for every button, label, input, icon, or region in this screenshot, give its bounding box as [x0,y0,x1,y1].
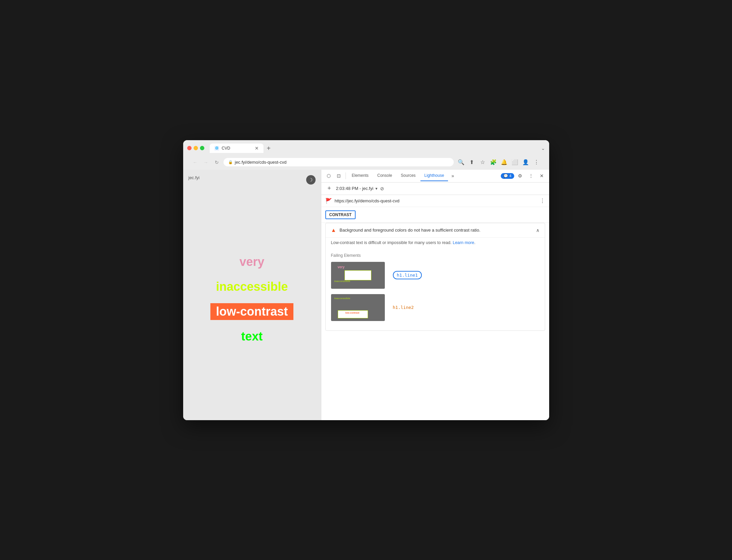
element-thumbnail-2: inaccessible low-contrast [331,294,385,321]
audit-collapse-icon[interactable]: ∧ [536,228,539,233]
active-tab[interactable]: 🌐 CVD ✕ [210,144,263,153]
toolbar-divider [345,172,346,179]
browser-window: 🌐 CVD ✕ + ⌄ ← → ↻ 🔒 jec.fyi/demo/ [183,140,549,420]
audit-warning-icon: ▲ [331,227,336,233]
tab-title: CVD [222,146,230,151]
thumb2-low-contrast-text: low-contrast [345,312,360,314]
lighthouse-url-more-button[interactable]: ⋮ [540,198,545,204]
dark-mode-button[interactable]: ☽ [306,175,316,185]
more-options-button[interactable]: ⋮ [526,171,536,181]
tab-chevron-icon[interactable]: ⌄ [541,146,545,151]
chat-icon: 💬 [503,174,508,178]
cursor-icon: ⬡ [327,173,331,178]
traffic-light-red[interactable] [187,146,192,150]
lighthouse-url-bar: + 2:03:48 PM - jec.fyi ▾ ⊘ [321,183,549,195]
learn-more-link[interactable]: Learn more [453,240,474,245]
audit-result-title: Background and foreground colors do not … [339,228,532,233]
traffic-light-yellow[interactable] [194,146,198,150]
devtools-actions: 💬 4 ⚙ ⋮ ✕ [501,171,546,181]
inspect-element-button[interactable]: ⬡ [324,171,333,181]
url-bar[interactable]: 🔒 jec.fyi/demo/cds-quest-cvd [223,158,454,166]
demo-text-low-contrast: low-contrast [210,303,293,320]
thumb2-text-inacc: inaccessible [334,297,351,300]
failing-elements: Failing Elements very inaccessible h1.li… [326,249,545,330]
tab-close-button[interactable]: ✕ [255,146,259,151]
audit-description: Low-contrast text is difficult or imposs… [326,237,545,249]
demo-content: very inaccessible low-contrast text [189,184,316,415]
audit-description-text: Low-contrast text is difficult or imposs… [331,240,452,245]
new-tab-button[interactable]: + [263,144,274,153]
failing-elements-title: Failing Elements [331,253,539,258]
thumb2-highlight: low-contrast [338,310,368,318]
share-icon[interactable]: ⬆ [467,158,477,167]
add-audit-button[interactable]: + [325,185,333,193]
thumb-text-very: very [338,265,345,269]
menu-icon[interactable]: ⋮ [532,158,541,167]
audit-time: 2:03:48 PM - jec.fyi ▾ [336,186,377,191]
lighthouse-site-url: 🚩 https://jec.fyi/demo/cds-quest-cvd ⋮ [321,195,549,207]
demo-text-very: very [235,253,268,270]
page-area: jec.fyi ☽ very inaccessible low-contrast… [183,170,321,420]
demo-text-inaccessible: inaccessible [212,278,292,295]
devtools-toolbar: ⬡ ⊡ Elements Console Sources [321,170,549,183]
devtools-panel-content: CONTRAST ▲ Background and foreground col… [321,207,549,420]
back-icon: ← [193,160,198,165]
lock-icon: 🔒 [228,160,233,164]
refresh-button[interactable]: ↻ [213,158,221,166]
tab-bar: 🌐 CVD ✕ + ⌄ [210,144,545,153]
page-label: jec.fyi [189,175,316,180]
devtools-panel: ⬡ ⊡ Elements Console Sources [321,170,549,420]
settings-button[interactable]: ⚙ [516,171,525,181]
search-icon[interactable]: 🔍 [456,158,466,167]
sidebar-icon[interactable]: ⬜ [510,158,520,167]
extension-icon[interactable]: 🧩 [489,158,498,167]
devtools-tabs: Elements Console Sources Lighthouse [348,170,448,181]
close-devtools-button[interactable]: ✕ [537,171,546,181]
toolbar-icons: 🔍 ⬆ ☆ 🧩 🔔 ⬜ 👤 ⋮ [456,158,541,167]
responsive-design-button[interactable]: ⊡ [334,171,343,181]
url-text: jec.fyi/demo/cds-quest-cvd [235,160,287,165]
lighthouse-url-text: https://jec.fyi/demo/cds-quest-cvd [335,198,537,203]
traffic-lights [187,146,204,150]
thumb-text-inacc: inaccessible [334,280,351,283]
audit-result: ▲ Background and foreground colors do no… [325,223,545,331]
address-bar: ← → ↻ 🔒 jec.fyi/demo/cds-quest-cvd 🔍 ⬆ ☆… [187,156,545,170]
profile-icon[interactable]: 👤 [521,158,530,167]
tab-lighthouse[interactable]: Lighthouse [420,170,448,181]
demo-text-text: text [237,328,267,345]
forward-button[interactable]: → [202,158,210,166]
lighthouse-flag-icon: 🚩 [325,198,332,204]
thumb-highlight-1 [344,270,371,280]
more-tabs-button[interactable]: » [449,172,457,180]
tab-favicon: 🌐 [214,146,219,151]
element-selector-1[interactable]: h1.line1 [393,271,422,279]
traffic-light-green[interactable] [200,146,204,150]
content-area: jec.fyi ☽ very inaccessible low-contrast… [183,170,549,420]
gear-icon: ⚙ [518,173,522,178]
chat-count: 4 [509,174,511,178]
audit-block-button[interactable]: ⊘ [380,186,384,191]
more-icon: ⋮ [529,173,533,178]
moon-icon: ☽ [309,177,313,183]
refresh-icon: ↻ [215,160,219,165]
responsive-icon: ⊡ [337,173,341,178]
audit-time-chevron-icon[interactable]: ▾ [375,186,377,191]
bookmark-icon[interactable]: ☆ [478,158,487,167]
close-icon: ✕ [540,173,544,178]
title-bar: 🌐 CVD ✕ + ⌄ ← → ↻ 🔒 jec.fyi/demo/ [183,140,549,170]
audit-time-text: 2:03:48 PM - jec.fyi [336,186,373,191]
back-button[interactable]: ← [191,158,199,166]
element-selector-2[interactable]: h1.line2 [393,305,414,310]
chat-badge[interactable]: 💬 4 [501,173,514,179]
tab-elements[interactable]: Elements [348,170,373,181]
tab-sources[interactable]: Sources [397,170,420,181]
alert-icon[interactable]: 🔔 [499,158,509,167]
element-thumbnail-1: very inaccessible [331,262,385,289]
contrast-section: CONTRAST [321,207,549,223]
tab-console[interactable]: Console [373,170,396,181]
forward-icon: → [204,160,208,165]
audit-result-header[interactable]: ▲ Background and foreground colors do no… [326,223,545,237]
failing-element-row-1: very inaccessible h1.line1 [331,262,539,289]
failing-element-row-2: inaccessible low-contrast h1.line2 [331,294,539,321]
contrast-button[interactable]: CONTRAST [325,210,356,219]
